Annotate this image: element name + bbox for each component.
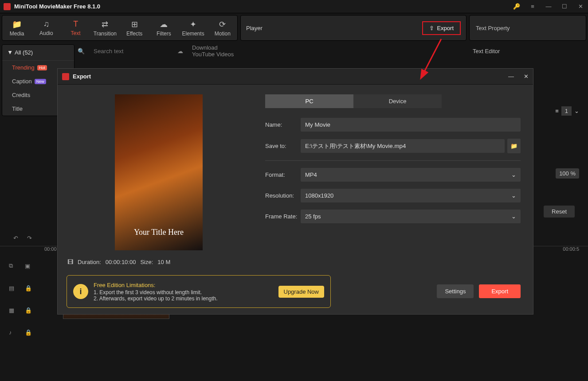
app-icon (4, 3, 11, 10)
close-icon[interactable]: ✕ (524, 73, 529, 80)
sidebar-all[interactable]: ▶ All (52) (2, 45, 74, 61)
search-icon: 🔍 (78, 48, 85, 54)
zoom-value: 100 % (556, 168, 579, 179)
toolbar-row: 📁Media ♫Audio TText ⇄Transition ⊞Effects… (0, 13, 588, 43)
lock-icon[interactable]: 🔒 (25, 329, 32, 336)
upgrade-button[interactable]: Upgrade Now (278, 286, 325, 298)
text-editor-label: Text Editor (473, 48, 570, 54)
export-final-button[interactable]: Export (479, 284, 521, 298)
duration-value: 00:00:10:00 (106, 259, 136, 265)
framerate-label: Frame Rate: (265, 213, 301, 220)
modal-title: Export (73, 73, 91, 80)
name-input[interactable] (301, 118, 521, 132)
lock-icon[interactable]: 🔒 (25, 285, 32, 292)
duration-label: Duration: (78, 259, 101, 265)
effects-icon: ⊞ (131, 19, 138, 29)
settings-button[interactable]: Settings (437, 284, 474, 298)
minimize-icon[interactable]: — (545, 3, 553, 11)
save-input[interactable] (301, 139, 505, 153)
browse-button[interactable]: 📁 (507, 139, 521, 153)
app-title: MiniTool MovieMaker Free 8.1.0 (14, 3, 100, 10)
video-track-icon: ▦ (9, 307, 16, 314)
maximize-icon[interactable]: ☐ (561, 3, 568, 11)
export-button[interactable]: ⇧ Export (422, 21, 461, 35)
titlebar: MiniTool MovieMaker Free 8.1.0 🔑 ≡ — ☐ ✕ (0, 0, 588, 13)
download-videos-link[interactable]: Download YouTube Videos (192, 44, 237, 58)
size-value: 10 M (157, 259, 170, 265)
player-panel: Player ⇧ Export (240, 15, 466, 41)
preview-frame: Your Title Here (115, 94, 203, 250)
tab-pc[interactable]: PC (265, 94, 353, 108)
limitations-box: i Free Edition Limitations: 1. Export th… (67, 275, 331, 308)
undo-icon[interactable]: ↶ (13, 235, 18, 241)
text-icon: T (73, 19, 78, 29)
folder-icon: 📁 (510, 143, 517, 149)
player-label: Player (246, 25, 263, 31)
info-icon: i (73, 284, 88, 299)
list-icon: ≡ (555, 108, 559, 114)
chevron-down-icon: ⌄ (511, 213, 516, 220)
text-track-icon: ▤ (9, 285, 16, 292)
export-form: PC Device Name: Save to: 📁 Format: MP4⌄ … (265, 94, 521, 250)
menu-icon[interactable]: ≡ (529, 3, 537, 11)
tab-audio[interactable]: ♫Audio (31, 16, 61, 40)
close-icon[interactable]: ✕ (576, 3, 584, 11)
copy-icon[interactable]: ⧉ (9, 262, 16, 269)
name-label: Name: (265, 121, 301, 128)
chevron-down-icon: ⌄ (511, 192, 516, 199)
chevron-down-icon: ⌄ (511, 171, 516, 178)
save-label: Save to: (265, 143, 301, 149)
export-modal: Export — ✕ Your Title Here PC Device Nam… (57, 68, 533, 315)
export-label: Export (437, 25, 454, 31)
filters-icon: ☁ (160, 19, 168, 29)
film-icon: 🎞 (67, 259, 73, 265)
text-property-panel: Text Property (469, 15, 586, 41)
size-label: Size: (140, 259, 153, 265)
format-select[interactable]: MP4⌄ (301, 168, 521, 182)
content-header: 🔍 ☁ Download YouTube Videos (78, 44, 237, 58)
elements-icon: ✦ (190, 19, 196, 29)
limit-line-2: 2. Afterwards, export video up to 2 minu… (94, 295, 218, 302)
music-icon: ♫ (43, 19, 50, 29)
tab-motion[interactable]: ⟳Motion (208, 16, 237, 40)
output-tab-switch: PC Device (265, 94, 442, 108)
search-input[interactable] (94, 48, 169, 54)
tab-device[interactable]: Device (353, 94, 442, 108)
reset-button[interactable]: Reset (544, 206, 575, 218)
app-icon (62, 73, 69, 80)
tab-elements[interactable]: ✦Elements (179, 16, 208, 40)
transition-icon: ⇄ (102, 19, 108, 29)
tab-filters[interactable]: ☁Filters (149, 16, 178, 40)
motion-icon: ⟳ (219, 19, 226, 29)
format-label: Format: (265, 171, 301, 178)
limit-title: Free Edition Limitations: (94, 282, 218, 288)
tab-text[interactable]: TText (61, 16, 90, 40)
chevron-down-icon: ⌄ (574, 108, 579, 114)
redo-icon[interactable]: ↷ (27, 235, 32, 241)
minimize-icon[interactable]: — (508, 73, 514, 80)
audio-track: ♪ 🔒 (0, 321, 588, 343)
limit-line-1: 1. Export the first 3 videos without len… (94, 289, 218, 295)
key-icon[interactable]: 🔑 (513, 3, 521, 11)
cloud-icon: ☁ (177, 48, 183, 54)
tab-transition[interactable]: ⇄Transition (90, 16, 120, 40)
folder-icon: 📁 (12, 19, 22, 29)
tab-media[interactable]: 📁Media (2, 16, 31, 40)
tool-tabs: 📁Media ♫Audio TText ⇄Transition ⊞Effects… (2, 15, 238, 41)
resolution-label: Resolution: (265, 192, 301, 199)
spin-value[interactable]: 1 (561, 106, 572, 116)
badge-new: New (35, 79, 46, 84)
modal-titlebar: Export — ✕ (58, 69, 533, 85)
preview-title: Your Title Here (134, 228, 184, 237)
preview: Your Title Here (70, 94, 247, 250)
upload-icon: ⇧ (429, 25, 434, 31)
resolution-select[interactable]: 1080x1920⌄ (301, 189, 521, 202)
lock-icon[interactable]: 🔒 (25, 307, 32, 314)
paste-icon[interactable]: ▣ (25, 263, 32, 269)
badge-hot: Hot (37, 65, 47, 70)
text-property-label: Text Property (476, 25, 510, 31)
audio-track-icon: ♪ (9, 329, 16, 336)
framerate-select[interactable]: 25 fps⌄ (301, 210, 521, 223)
tab-effects[interactable]: ⊞Effects (120, 16, 149, 40)
export-info: 🎞 Duration: 00:00:10:00 Size: 10 M (67, 259, 170, 265)
